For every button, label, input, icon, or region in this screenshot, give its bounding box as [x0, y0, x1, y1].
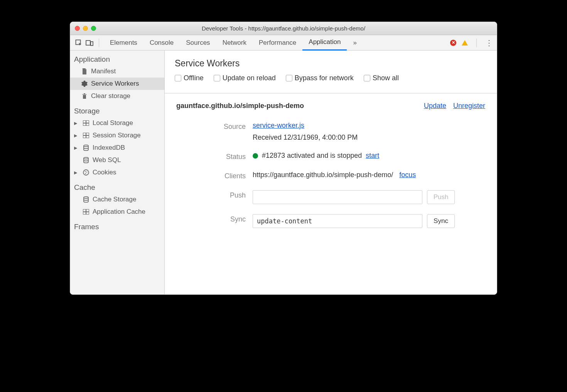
checkbox-offline[interactable]: Offline — [175, 74, 204, 82]
tab-elements[interactable]: Elements — [104, 35, 143, 51]
sidebar-item-label: Web SQL — [93, 156, 121, 164]
sync-button[interactable]: Sync — [427, 214, 455, 228]
trash-icon — [81, 93, 88, 100]
panel-title: Service Workers — [175, 58, 487, 69]
zoom-window-button[interactable] — [91, 26, 96, 31]
sidebar-item-session-storage[interactable]: ▶ Session Storage — [70, 129, 164, 142]
database-icon — [83, 196, 89, 203]
svg-point-10 — [84, 157, 88, 159]
expand-caret-icon[interactable]: ▶ — [74, 170, 78, 175]
status-indicator-icon — [253, 153, 258, 159]
svg-point-13 — [86, 172, 87, 172]
sidebar-item-label: Cache Storage — [93, 196, 136, 203]
cookie-icon — [83, 169, 89, 176]
expand-caret-icon[interactable]: ▶ — [74, 145, 78, 150]
checkbox-label: Offline — [184, 74, 204, 82]
svg-rect-1 — [86, 41, 90, 45]
svg-point-12 — [85, 171, 86, 172]
sidebar-item-cookies[interactable]: ▶ Cookies — [70, 166, 164, 179]
tab-performance[interactable]: Performance — [253, 35, 302, 51]
tab-sources[interactable]: Sources — [180, 35, 216, 51]
expand-caret-icon[interactable]: ▶ — [74, 121, 78, 126]
registration-origin: gauntface.github.io/simple-push-demo — [176, 102, 304, 110]
service-workers-panel: Service Workers Offline Update on reload… — [165, 51, 497, 294]
checkbox-bypass-for-network[interactable]: Bypass for network — [286, 74, 354, 82]
sidebar-item-label: Local Storage — [93, 119, 133, 127]
sidebar-section-storage: Storage — [70, 102, 164, 117]
toolbar-right: ✕ ⋮ — [450, 38, 493, 47]
service-worker-registration: gauntface.github.io/simple-push-demo Upd… — [165, 93, 497, 240]
sidebar-section-application: Application — [70, 51, 164, 65]
checkbox-show-all[interactable]: Show all — [364, 74, 399, 82]
database-icon — [83, 157, 89, 164]
push-button[interactable]: Push — [427, 190, 455, 204]
sidebar-section-frames: Frames — [70, 218, 164, 233]
tabs-overflow[interactable]: » — [347, 35, 363, 51]
devtools-toolbar: Elements Console Sources Network Perform… — [70, 35, 497, 51]
sync-input[interactable] — [253, 214, 422, 228]
window-titlebar: Developer Tools - https://gauntface.gith… — [70, 22, 497, 35]
sidebar-item-label: Clear storage — [91, 92, 130, 100]
svg-point-15 — [84, 197, 88, 198]
panel-tabs: Elements Console Sources Network Perform… — [104, 35, 363, 51]
tab-network[interactable]: Network — [216, 35, 253, 51]
minimize-window-button[interactable] — [83, 26, 88, 31]
panel-checkboxes: Offline Update on reload Bypass for netw… — [175, 74, 487, 87]
gear-icon — [81, 80, 88, 87]
svg-point-14 — [85, 173, 86, 174]
update-link[interactable]: Update — [424, 102, 446, 110]
sidebar-item-label: IndexedDB — [93, 144, 125, 152]
svg-rect-2 — [91, 42, 93, 46]
error-badge-icon[interactable]: ✕ — [450, 40, 456, 46]
sidebar-item-clear-storage[interactable]: Clear storage — [70, 90, 164, 102]
clients-label: Clients — [176, 171, 246, 180]
push-input[interactable] — [253, 190, 422, 204]
source-label: Source — [176, 122, 246, 131]
sidebar-section-cache: Cache — [70, 179, 164, 193]
svg-point-11 — [83, 170, 89, 175]
sidebar-item-indexeddb[interactable]: ▶ IndexedDB — [70, 142, 164, 154]
window-controls — [75, 26, 96, 31]
sidebar-item-service-workers[interactable]: Service Workers — [70, 78, 164, 90]
source-file-link[interactable]: service-worker.js — [253, 122, 485, 130]
sidebar-item-label: Manifest — [91, 68, 116, 75]
inspect-element-icon[interactable] — [74, 38, 83, 47]
checkbox-label: Update on reload — [223, 74, 276, 82]
client-url: https://gauntface.github.io/simple-push-… — [253, 171, 393, 179]
status-text: #12873 activated and is stopped — [262, 152, 362, 160]
sidebar-item-local-storage[interactable]: ▶ Local Storage — [70, 117, 164, 129]
svg-point-9 — [84, 145, 88, 147]
expand-caret-icon[interactable]: ▶ — [74, 133, 78, 138]
client-focus-link[interactable]: focus — [399, 171, 416, 179]
separator — [476, 39, 477, 47]
separator — [99, 39, 99, 47]
sync-label: Sync — [176, 214, 246, 223]
devtools-window: Developer Tools - https://gauntface.gith… — [70, 22, 497, 295]
table-icon — [83, 120, 89, 127]
device-toolbar-icon[interactable] — [85, 38, 94, 47]
table-icon — [83, 208, 89, 215]
application-sidebar: Application Manifest Service Workers Cle… — [70, 51, 165, 294]
checkbox-label: Show all — [373, 74, 399, 82]
sidebar-item-label: Application Cache — [93, 208, 145, 216]
checkbox-update-on-reload[interactable]: Update on reload — [214, 74, 276, 82]
push-label: Push — [176, 190, 246, 199]
sidebar-item-cache-storage[interactable]: ▶ Cache Storage — [70, 193, 164, 206]
sidebar-item-manifest[interactable]: Manifest — [70, 65, 164, 78]
more-menu-icon[interactable]: ⋮ — [485, 38, 493, 47]
close-window-button[interactable] — [75, 26, 80, 31]
sidebar-item-application-cache[interactable]: ▶ Application Cache — [70, 206, 164, 218]
sidebar-item-label: Service Workers — [91, 80, 139, 88]
unregister-link[interactable]: Unregister — [453, 102, 485, 110]
database-icon — [83, 144, 89, 151]
table-icon — [83, 132, 89, 139]
tab-console[interactable]: Console — [143, 35, 180, 51]
warning-badge-icon[interactable] — [462, 40, 468, 46]
status-start-link[interactable]: start — [366, 152, 379, 160]
checkbox-label: Bypass for network — [295, 74, 354, 82]
panel-body: Application Manifest Service Workers Cle… — [70, 51, 497, 294]
tab-application[interactable]: Application — [302, 35, 347, 51]
sidebar-item-websql[interactable]: ▶ Web SQL — [70, 154, 164, 166]
sidebar-item-label: Session Storage — [93, 132, 141, 139]
document-icon — [81, 68, 88, 75]
